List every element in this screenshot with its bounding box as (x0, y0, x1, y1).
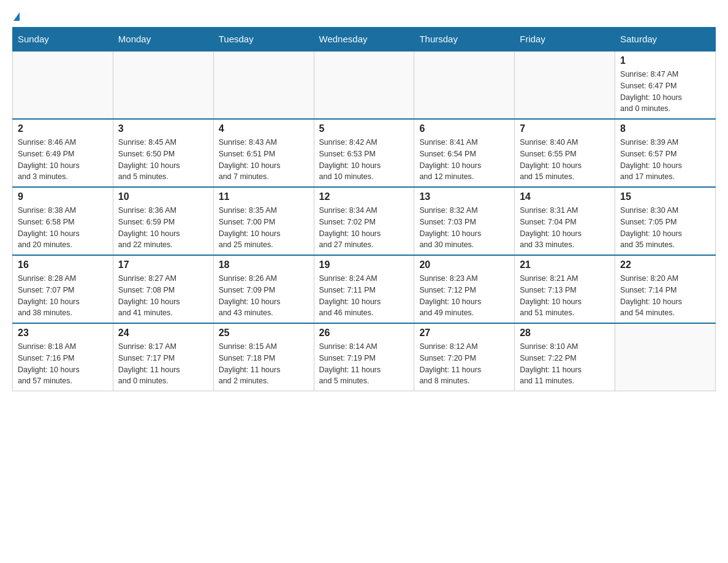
calendar-cell-5-1: 23Sunrise: 8:18 AMSunset: 7:16 PMDayligh… (13, 323, 113, 391)
day-number: 13 (419, 191, 509, 202)
day-number: 10 (118, 191, 208, 202)
day-info: Sunrise: 8:28 AMSunset: 7:07 PMDaylight:… (18, 273, 108, 319)
day-info: Sunrise: 8:46 AMSunset: 6:49 PMDaylight:… (18, 137, 108, 183)
calendar-cell-4-4: 19Sunrise: 8:24 AMSunset: 7:11 PMDayligh… (314, 255, 414, 323)
day-number: 5 (319, 123, 409, 134)
day-info: Sunrise: 8:26 AMSunset: 7:09 PMDaylight:… (219, 273, 309, 319)
weekday-header-sunday: Sunday (13, 28, 113, 52)
day-info: Sunrise: 8:17 AMSunset: 7:17 PMDaylight:… (118, 341, 208, 387)
day-info: Sunrise: 8:34 AMSunset: 7:02 PMDaylight:… (319, 205, 409, 251)
calendar-cell-5-3: 25Sunrise: 8:15 AMSunset: 7:18 PMDayligh… (213, 323, 314, 391)
calendar-cell-2-4: 5Sunrise: 8:42 AMSunset: 6:53 PMDaylight… (314, 119, 414, 187)
day-number: 21 (520, 259, 610, 270)
page-header (12, 12, 716, 21)
weekday-header-monday: Monday (113, 28, 213, 52)
logo-triangle-icon (13, 12, 20, 21)
calendar-cell-5-5: 27Sunrise: 8:12 AMSunset: 7:20 PMDayligh… (414, 323, 515, 391)
day-number: 12 (319, 191, 409, 202)
week-row-2: 2Sunrise: 8:46 AMSunset: 6:49 PMDaylight… (13, 119, 716, 187)
calendar-cell-1-2 (113, 51, 213, 119)
calendar-cell-2-5: 6Sunrise: 8:41 AMSunset: 6:54 PMDaylight… (414, 119, 515, 187)
day-info: Sunrise: 8:41 AMSunset: 6:54 PMDaylight:… (419, 137, 509, 183)
calendar-cell-4-2: 17Sunrise: 8:27 AMSunset: 7:08 PMDayligh… (113, 255, 213, 323)
calendar-cell-1-4 (314, 51, 414, 119)
calendar-cell-3-7: 15Sunrise: 8:30 AMSunset: 7:05 PMDayligh… (615, 187, 716, 255)
logo (12, 12, 20, 21)
calendar-cell-3-1: 9Sunrise: 8:38 AMSunset: 6:58 PMDaylight… (13, 187, 113, 255)
day-info: Sunrise: 8:12 AMSunset: 7:20 PMDaylight:… (419, 341, 509, 387)
day-number: 1 (620, 55, 710, 66)
day-number: 18 (219, 259, 309, 270)
calendar-cell-5-4: 26Sunrise: 8:14 AMSunset: 7:19 PMDayligh… (314, 323, 414, 391)
day-info: Sunrise: 8:20 AMSunset: 7:14 PMDaylight:… (620, 273, 710, 319)
weekday-header-wednesday: Wednesday (314, 28, 414, 52)
weekday-header-tuesday: Tuesday (213, 28, 314, 52)
day-number: 24 (118, 327, 208, 339)
calendar-cell-2-7: 8Sunrise: 8:39 AMSunset: 6:57 PMDaylight… (615, 119, 716, 187)
calendar-cell-5-7 (615, 323, 716, 391)
day-number: 17 (118, 259, 208, 270)
calendar-cell-2-1: 2Sunrise: 8:46 AMSunset: 6:49 PMDaylight… (13, 119, 113, 187)
day-number: 16 (18, 259, 108, 270)
calendar-cell-1-3 (213, 51, 314, 119)
day-number: 23 (18, 327, 108, 339)
day-info: Sunrise: 8:45 AMSunset: 6:50 PMDaylight:… (118, 137, 208, 183)
day-info: Sunrise: 8:35 AMSunset: 7:00 PMDaylight:… (219, 205, 309, 251)
day-number: 7 (520, 123, 610, 134)
day-number: 22 (620, 259, 710, 270)
calendar-cell-5-6: 28Sunrise: 8:10 AMSunset: 7:22 PMDayligh… (515, 323, 615, 391)
day-info: Sunrise: 8:24 AMSunset: 7:11 PMDaylight:… (319, 273, 409, 319)
day-info: Sunrise: 8:23 AMSunset: 7:12 PMDaylight:… (419, 273, 509, 319)
calendar-cell-2-6: 7Sunrise: 8:40 AMSunset: 6:55 PMDaylight… (515, 119, 615, 187)
calendar-cell-2-3: 4Sunrise: 8:43 AMSunset: 6:51 PMDaylight… (213, 119, 314, 187)
calendar-cell-3-3: 11Sunrise: 8:35 AMSunset: 7:00 PMDayligh… (213, 187, 314, 255)
calendar-table: SundayMondayTuesdayWednesdayThursdayFrid… (12, 27, 716, 391)
day-info: Sunrise: 8:32 AMSunset: 7:03 PMDaylight:… (419, 205, 509, 251)
day-number: 26 (319, 327, 409, 339)
calendar-cell-3-4: 12Sunrise: 8:34 AMSunset: 7:02 PMDayligh… (314, 187, 414, 255)
week-row-4: 16Sunrise: 8:28 AMSunset: 7:07 PMDayligh… (13, 255, 716, 323)
day-number: 20 (419, 259, 509, 270)
day-number: 2 (18, 123, 108, 134)
weekday-header-saturday: Saturday (615, 28, 716, 52)
calendar-cell-1-7: 1Sunrise: 8:47 AMSunset: 6:47 PMDaylight… (615, 51, 716, 119)
day-number: 27 (419, 327, 509, 339)
day-number: 9 (18, 191, 108, 202)
day-info: Sunrise: 8:31 AMSunset: 7:04 PMDaylight:… (520, 205, 610, 251)
week-row-5: 23Sunrise: 8:18 AMSunset: 7:16 PMDayligh… (13, 323, 716, 391)
day-number: 25 (219, 327, 309, 339)
day-number: 14 (520, 191, 610, 202)
calendar-cell-4-5: 20Sunrise: 8:23 AMSunset: 7:12 PMDayligh… (414, 255, 515, 323)
calendar-cell-3-6: 14Sunrise: 8:31 AMSunset: 7:04 PMDayligh… (515, 187, 615, 255)
day-number: 6 (419, 123, 509, 134)
day-info: Sunrise: 8:40 AMSunset: 6:55 PMDaylight:… (520, 137, 610, 183)
weekday-header-row: SundayMondayTuesdayWednesdayThursdayFrid… (13, 28, 716, 52)
day-number: 19 (319, 259, 409, 270)
day-number: 11 (219, 191, 309, 202)
week-row-3: 9Sunrise: 8:38 AMSunset: 6:58 PMDaylight… (13, 187, 716, 255)
day-info: Sunrise: 8:47 AMSunset: 6:47 PMDaylight:… (620, 69, 710, 115)
calendar-cell-1-6 (515, 51, 615, 119)
day-info: Sunrise: 8:42 AMSunset: 6:53 PMDaylight:… (319, 137, 409, 183)
day-info: Sunrise: 8:27 AMSunset: 7:08 PMDaylight:… (118, 273, 208, 319)
day-info: Sunrise: 8:10 AMSunset: 7:22 PMDaylight:… (520, 341, 610, 387)
calendar-cell-2-2: 3Sunrise: 8:45 AMSunset: 6:50 PMDaylight… (113, 119, 213, 187)
calendar-cell-3-2: 10Sunrise: 8:36 AMSunset: 6:59 PMDayligh… (113, 187, 213, 255)
day-info: Sunrise: 8:30 AMSunset: 7:05 PMDaylight:… (620, 205, 710, 251)
day-number: 15 (620, 191, 710, 202)
day-info: Sunrise: 8:38 AMSunset: 6:58 PMDaylight:… (18, 205, 108, 251)
calendar-cell-4-3: 18Sunrise: 8:26 AMSunset: 7:09 PMDayligh… (213, 255, 314, 323)
week-row-1: 1Sunrise: 8:47 AMSunset: 6:47 PMDaylight… (13, 51, 716, 119)
day-number: 28 (520, 327, 610, 339)
weekday-header-thursday: Thursday (414, 28, 515, 52)
calendar-cell-5-2: 24Sunrise: 8:17 AMSunset: 7:17 PMDayligh… (113, 323, 213, 391)
day-number: 3 (118, 123, 208, 134)
calendar-cell-4-1: 16Sunrise: 8:28 AMSunset: 7:07 PMDayligh… (13, 255, 113, 323)
calendar-cell-4-7: 22Sunrise: 8:20 AMSunset: 7:14 PMDayligh… (615, 255, 716, 323)
day-info: Sunrise: 8:36 AMSunset: 6:59 PMDaylight:… (118, 205, 208, 251)
calendar-cell-1-1 (13, 51, 113, 119)
day-info: Sunrise: 8:15 AMSunset: 7:18 PMDaylight:… (219, 341, 309, 387)
day-number: 4 (219, 123, 309, 134)
day-info: Sunrise: 8:18 AMSunset: 7:16 PMDaylight:… (18, 341, 108, 387)
calendar-cell-3-5: 13Sunrise: 8:32 AMSunset: 7:03 PMDayligh… (414, 187, 515, 255)
